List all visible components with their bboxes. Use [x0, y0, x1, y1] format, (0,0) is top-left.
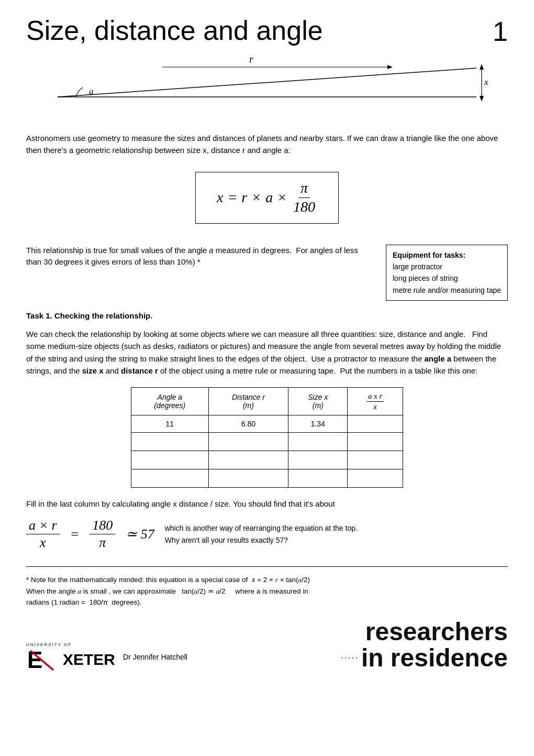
dots-in: ····· [341, 654, 359, 662]
exeter-text: XETER [63, 651, 115, 669]
intro-text: Astronomers use geometry to measure the … [26, 133, 508, 156]
researchers-word: researchers [341, 619, 508, 645]
equipment-title: Equipment for tasks: [393, 249, 501, 261]
bottom-rhs-num: 180 [90, 518, 115, 535]
formula-a: a [265, 189, 273, 206]
university-of-text: UNIVERSITY OF [26, 642, 72, 647]
cell-calc-3 [348, 451, 403, 469]
task1-text: We can check the relationship by looking… [26, 328, 508, 377]
footer-left: UNIVERSITY OF E XETER Dr Jennifer Hatche… [26, 642, 187, 672]
formula-equals: = [227, 189, 237, 206]
cell-calc-4 [348, 469, 403, 488]
svg-marker-10 [480, 96, 484, 102]
cell-distance-2 [208, 433, 288, 451]
table-row [131, 433, 403, 451]
header-fraction: a x r x [366, 392, 384, 411]
fraction-denominator: 180 [291, 198, 317, 215]
col-header-calc: a x r x [348, 388, 403, 415]
bold-distance-r: distance r [121, 366, 158, 375]
bottom-equals1: = [70, 527, 80, 542]
page-title: Size, distance and angle [26, 16, 323, 46]
col-header-angle: Angle a(degrees) [131, 388, 209, 415]
footnote-line3: radians (1 radian = 180/π degrees). [26, 597, 508, 608]
bold-size-x: size x [82, 366, 104, 375]
col-header-size: Size x(m) [288, 388, 348, 415]
cell-size-4 [288, 469, 348, 488]
fraction-numerator: π [298, 180, 310, 198]
bottom-formula-section: a × r x = 180 π ≃ 57 which is another wa… [26, 518, 508, 551]
footnote-line2: When the angle a is small , we can appro… [26, 586, 508, 597]
cell-angle-3 [131, 451, 209, 469]
cell-calc-2 [348, 433, 403, 451]
researchers-text: researchers ····· in residence [341, 619, 508, 672]
table-row: 11 6.80 1.34 [131, 415, 403, 433]
in-residence-line: ····· in residence [341, 645, 508, 671]
svg-text:x: x [484, 77, 488, 87]
page-header: Size, distance and angle 1 [26, 16, 508, 47]
bottom-approx: ≃ 57 [126, 526, 154, 542]
footnote-section: * Note for the mathematically minded: th… [26, 566, 508, 608]
cell-angle-2 [131, 433, 209, 451]
cell-distance-1: 6.80 [208, 415, 288, 433]
bottom-formula-explanation: which is another way of rearranging the … [165, 522, 358, 546]
cell-angle-1: 11 [131, 415, 209, 433]
exeter-e-logo: E [26, 648, 63, 672]
explanation-line1: which is another way of rearranging the … [165, 522, 358, 534]
exeter-logo: UNIVERSITY OF E XETER [26, 642, 115, 672]
cell-size-2 [288, 433, 348, 451]
bottom-lhs-num: a × r [26, 518, 60, 535]
formula-box: x = r × a × π 180 [195, 172, 339, 224]
table-row [131, 469, 403, 488]
cell-distance-4 [208, 469, 288, 488]
explanation-line2: Why aren't all your results exactly 57? [165, 534, 358, 546]
intro-paragraph: Astronomers use geometry to measure the … [26, 134, 498, 155]
equipment-item-3: metre rule and/or measuring tape [393, 284, 501, 296]
formula-fraction: π 180 [291, 180, 317, 215]
in-residence-text: in residence [361, 645, 508, 671]
equipment-item-2: long pieces of string [393, 272, 501, 284]
formula-times2: × [277, 189, 287, 206]
cell-angle-4 [131, 469, 209, 488]
cell-calc-1 [348, 415, 403, 433]
formula-content: x = r × a × π 180 [217, 180, 317, 215]
formula-section: x = r × a × π 180 [26, 167, 508, 234]
formula-x: x [217, 189, 223, 206]
fill-text: Fill in the last column by calculating a… [26, 498, 508, 510]
svg-line-1 [58, 68, 476, 97]
measurements-table: Angle a(degrees) Distance r(m) Size x(m)… [131, 387, 403, 488]
svg-marker-4 [387, 65, 393, 69]
relationship-section: This relationship is true for small valu… [26, 245, 508, 301]
footnote-line1: * Note for the mathematically minded: th… [26, 573, 508, 586]
cell-distance-3 [208, 451, 288, 469]
data-table-wrapper: Angle a(degrees) Distance r(m) Size x(m)… [26, 387, 508, 488]
bottom-lhs-den: x [37, 534, 49, 551]
table-row [131, 451, 403, 469]
bottom-lhs-fraction: a × r x [26, 518, 60, 551]
footer: UNIVERSITY OF E XETER Dr Jennifer Hatche… [26, 619, 508, 672]
header-frac-num: a x r [366, 392, 384, 402]
svg-text:a: a [89, 86, 94, 96]
researchers-logo: researchers ····· in residence [341, 619, 508, 672]
formula-times1: × [251, 189, 261, 206]
relationship-text: This relationship is true for small valu… [26, 245, 375, 268]
equipment-item-1: large protractor [393, 261, 501, 272]
bottom-rhs-den: π [96, 534, 108, 551]
cell-size-3 [288, 451, 348, 469]
col-header-distance: Distance r(m) [208, 388, 288, 415]
equipment-box: Equipment for tasks: large protractor lo… [386, 245, 508, 301]
svg-marker-9 [480, 64, 484, 70]
bottom-rhs-fraction: 180 π [90, 518, 115, 551]
cell-size-1: 1.34 [288, 415, 348, 433]
triangle-diagram: r a x [26, 52, 508, 117]
bold-angle-a: angle a [424, 354, 451, 363]
dr-name: Dr Jennifer Hatchell [123, 653, 187, 661]
page-number: 1 [493, 16, 508, 47]
header-frac-den: x [372, 402, 379, 411]
formula-r: r [241, 189, 247, 206]
task1-heading: Task 1. Checking the relationship. [26, 311, 508, 320]
svg-text:r: r [249, 53, 253, 65]
